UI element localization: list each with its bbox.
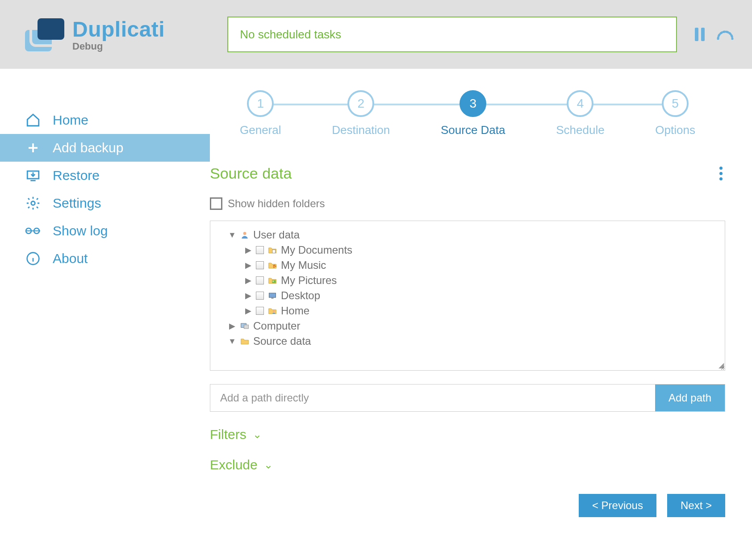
sidebar-item-label: Settings bbox=[53, 196, 101, 211]
svg-rect-9 bbox=[269, 293, 276, 297]
svg-point-1 bbox=[31, 201, 35, 205]
tree-row[interactable]: ▶Computer bbox=[216, 318, 719, 334]
app-subtitle: Debug bbox=[72, 41, 165, 52]
tree-label: My Documents bbox=[281, 244, 352, 256]
sidebar-item-restore[interactable]: Restore bbox=[0, 162, 210, 189]
section-title: Source data bbox=[210, 165, 292, 182]
filters-label: Filters bbox=[210, 427, 246, 442]
svg-point-8 bbox=[272, 280, 274, 282]
tree-label: My Music bbox=[281, 259, 326, 272]
folder-icon bbox=[240, 337, 250, 346]
step-number: 2 bbox=[347, 90, 374, 117]
step-label: Schedule bbox=[556, 123, 604, 137]
step-options[interactable]: 5 Options bbox=[655, 90, 695, 137]
tree-checkbox[interactable] bbox=[256, 307, 264, 315]
add-path-button[interactable]: Add path bbox=[655, 384, 725, 411]
sidebar-item-add-backup[interactable]: Add backup bbox=[0, 134, 210, 162]
tree-label: Source data bbox=[253, 335, 311, 347]
info-icon bbox=[25, 251, 41, 267]
step-label: Source Data bbox=[441, 123, 506, 137]
resize-handle-icon[interactable]: ◢ bbox=[719, 361, 724, 369]
tree-arrow-expanded-icon[interactable]: ▼ bbox=[228, 230, 236, 240]
filters-toggle[interactable]: Filters ⌄ bbox=[210, 427, 725, 442]
tree-label: My Pictures bbox=[281, 274, 337, 287]
tree-arrow-collapsed-icon[interactable]: ▶ bbox=[244, 306, 252, 316]
svg-rect-6 bbox=[272, 250, 276, 253]
tree-row[interactable]: ▶My Pictures bbox=[216, 273, 719, 288]
show-hidden-label: Show hidden folders bbox=[228, 197, 325, 210]
throttle-icon[interactable] bbox=[716, 29, 734, 40]
svg-rect-7 bbox=[272, 280, 276, 283]
add-path-row: Add path bbox=[210, 384, 725, 412]
plus-icon bbox=[25, 140, 41, 156]
tree-row[interactable]: ▶My Documents bbox=[216, 242, 719, 258]
main-content: 1 General 2 Destination 3 Source Data 4 … bbox=[210, 69, 752, 517]
tree-row[interactable]: ▼User data bbox=[216, 227, 719, 242]
sidebar-item-label: Home bbox=[53, 113, 88, 128]
tree-checkbox[interactable] bbox=[256, 261, 264, 269]
app-logo-icon bbox=[25, 15, 64, 54]
sidebar-item-home[interactable]: Home bbox=[0, 106, 210, 134]
sidebar-item-label: Show log bbox=[53, 223, 108, 238]
svg-rect-13 bbox=[244, 325, 248, 329]
step-destination[interactable]: 2 Destination bbox=[332, 90, 390, 137]
computer-icon bbox=[240, 322, 250, 330]
tree-arrow-collapsed-icon[interactable]: ▶ bbox=[244, 245, 252, 255]
tree-checkbox[interactable] bbox=[256, 292, 264, 300]
next-button[interactable]: Next > bbox=[667, 494, 725, 517]
exclude-toggle[interactable]: Exclude ⌄ bbox=[210, 457, 725, 472]
tree-checkbox[interactable] bbox=[256, 276, 264, 284]
user-icon bbox=[240, 230, 250, 239]
tree-arrow-collapsed-icon[interactable]: ▶ bbox=[244, 291, 252, 301]
step-number: 4 bbox=[567, 90, 593, 117]
step-source-data[interactable]: 3 Source Data bbox=[441, 90, 506, 137]
checkbox-icon[interactable] bbox=[210, 197, 222, 210]
tree-arrow-collapsed-icon[interactable]: ▶ bbox=[228, 321, 236, 331]
home-icon bbox=[25, 112, 41, 128]
step-label: General bbox=[240, 123, 281, 137]
sidebar-item-label: Add backup bbox=[53, 140, 123, 155]
step-general[interactable]: 1 General bbox=[240, 90, 281, 137]
exclude-label: Exclude bbox=[210, 457, 258, 472]
sidebar-item-about[interactable]: About bbox=[0, 245, 210, 272]
step-number: 1 bbox=[247, 90, 274, 117]
tree-arrow-collapsed-icon[interactable]: ▶ bbox=[244, 260, 252, 270]
tree-arrow-collapsed-icon[interactable]: ▶ bbox=[244, 276, 252, 285]
pause-icon[interactable] bbox=[695, 28, 706, 41]
app-name: Duplicati bbox=[72, 17, 165, 42]
status-bar: No scheduled tasks bbox=[227, 17, 677, 52]
tree-row[interactable]: ▼Source data bbox=[216, 334, 719, 349]
tree-row[interactable]: ▶Desktop bbox=[216, 288, 719, 303]
desktop-icon bbox=[267, 291, 277, 300]
path-input[interactable] bbox=[210, 384, 655, 411]
tree-label: Home bbox=[281, 305, 309, 317]
header: Duplicati Debug No scheduled tasks bbox=[0, 0, 752, 69]
restore-icon bbox=[25, 167, 41, 184]
chevron-down-icon: ⌄ bbox=[264, 459, 273, 471]
tree-checkbox[interactable] bbox=[256, 246, 264, 254]
show-hidden-toggle[interactable]: Show hidden folders bbox=[210, 197, 725, 210]
logo[interactable]: Duplicati Debug bbox=[25, 15, 165, 54]
chevron-down-icon: ⌄ bbox=[253, 428, 262, 441]
stepper: 1 General 2 Destination 3 Source Data 4 … bbox=[240, 90, 695, 137]
tree-row[interactable]: ▶Home bbox=[216, 303, 719, 318]
tree-label: Desktop bbox=[281, 289, 320, 302]
sidebar-item-label: About bbox=[53, 251, 88, 266]
previous-button[interactable]: < Previous bbox=[579, 494, 656, 517]
step-number: 5 bbox=[662, 90, 689, 117]
sidebar: Home Add backup Restore Settings Show lo… bbox=[0, 69, 210, 517]
log-icon bbox=[25, 223, 41, 239]
tree-label: Computer bbox=[253, 320, 300, 332]
svg-point-11 bbox=[273, 310, 275, 312]
sidebar-item-show-log[interactable]: Show log bbox=[0, 217, 210, 245]
step-schedule[interactable]: 4 Schedule bbox=[556, 90, 604, 137]
tree-row[interactable]: ▶My Music bbox=[216, 258, 719, 273]
sidebar-item-label: Restore bbox=[53, 168, 100, 183]
sidebar-item-settings[interactable]: Settings bbox=[0, 189, 210, 217]
more-options-icon[interactable] bbox=[717, 164, 725, 183]
source-tree[interactable]: ▼User data▶My Documents▶My Music▶My Pict… bbox=[210, 221, 725, 371]
folder-pic-icon bbox=[267, 276, 277, 285]
step-number: 3 bbox=[460, 90, 486, 117]
tree-arrow-expanded-icon[interactable]: ▼ bbox=[228, 337, 236, 346]
tree-label: User data bbox=[253, 229, 300, 241]
